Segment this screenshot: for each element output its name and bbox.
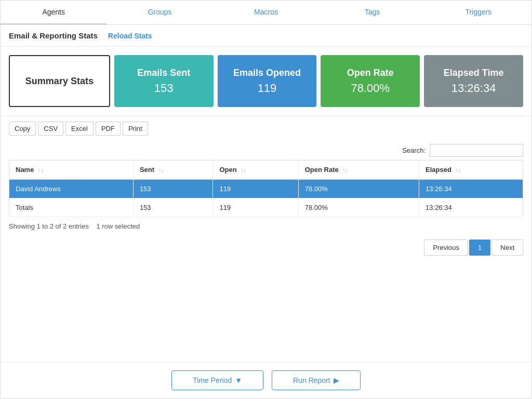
previous-button[interactable]: Previous bbox=[424, 240, 468, 256]
entries-info: Showing 1 to 2 of 2 entries bbox=[9, 222, 89, 230]
cell-sent-1: 153 bbox=[133, 198, 213, 217]
data-table-container: Name ↑↓ Sent ↑↓ Open ↑↓ Open Rate ↑↓ bbox=[1, 160, 531, 217]
run-report-label: Run Report bbox=[293, 376, 330, 384]
stat-emails-sent-label: Emails Sent bbox=[137, 68, 190, 78]
stat-open-rate-value: 78.00% bbox=[351, 82, 390, 95]
table-row[interactable]: David Andrews 153 119 78.00% 13:26:34 bbox=[9, 179, 523, 198]
sort-icon-open: ↑↓ bbox=[241, 167, 246, 173]
reload-stats-link[interactable]: Reload Stats bbox=[108, 32, 152, 40]
table-footer-info: Showing 1 to 2 of 2 entries 1 row select… bbox=[1, 217, 531, 235]
print-button[interactable]: Print bbox=[123, 122, 148, 136]
stat-open-rate-label: Open Rate bbox=[347, 68, 394, 78]
stat-summary-label: Summary Stats bbox=[25, 76, 94, 87]
top-navigation: Agents Groups Macros Tags Triggers bbox=[1, 1, 531, 25]
sort-icon-name: ↑↓ bbox=[38, 167, 44, 173]
copy-button[interactable]: Copy bbox=[9, 122, 36, 136]
sort-icon-sent: ↑↓ bbox=[158, 167, 164, 173]
search-label: Search: bbox=[402, 147, 425, 154]
nav-tab-agents[interactable]: Agents bbox=[1, 1, 107, 24]
table-row[interactable]: Totals 153 119 78.00% 13:26:34 bbox=[9, 198, 523, 217]
stat-elapsed-label: Elapsed Time bbox=[444, 68, 504, 78]
stat-emails-sent-value: 153 bbox=[154, 82, 174, 95]
col-header-sent[interactable]: Sent ↑↓ bbox=[133, 161, 213, 180]
stat-card-summary: Summary Stats bbox=[9, 55, 110, 107]
cell-open-1: 119 bbox=[213, 198, 298, 217]
stat-card-elapsed: Elapsed Time 13:26:34 bbox=[424, 55, 523, 107]
data-table: Name ↑↓ Sent ↑↓ Open ↑↓ Open Rate ↑↓ bbox=[9, 160, 523, 217]
stat-emails-opened-label: Emails Opened bbox=[233, 68, 301, 78]
stat-elapsed-value: 13:26:34 bbox=[451, 82, 496, 95]
table-header-row: Name ↑↓ Sent ↑↓ Open ↑↓ Open Rate ↑↓ bbox=[9, 161, 523, 180]
time-period-button[interactable]: Time Period ▼ bbox=[171, 370, 263, 390]
next-button[interactable]: Next bbox=[491, 240, 523, 256]
stat-card-open-rate: Open Rate 78.00% bbox=[321, 55, 420, 107]
cell-name-1: Totals bbox=[9, 198, 134, 217]
cell-open-rate-0: 78.00% bbox=[298, 179, 419, 198]
selected-info: 1 row selected bbox=[96, 222, 140, 230]
sort-icon-open-rate: ↑↓ bbox=[342, 167, 348, 173]
time-period-label: Time Period bbox=[193, 376, 232, 384]
cell-open-rate-1: 78.00% bbox=[298, 198, 419, 217]
page-title: Email & Reporting Stats bbox=[9, 31, 98, 40]
csv-button[interactable]: CSV bbox=[38, 122, 63, 136]
pdf-button[interactable]: PDF bbox=[96, 122, 121, 136]
arrow-right-icon: ▶ bbox=[334, 376, 339, 384]
pagination-row: Previous 1 Next bbox=[1, 235, 531, 260]
run-report-button[interactable]: Run Report ▶ bbox=[272, 370, 361, 390]
search-input[interactable] bbox=[430, 144, 523, 157]
cell-elapsed-0: 13:26:34 bbox=[419, 179, 523, 198]
stat-card-emails-sent: Emails Sent 153 bbox=[114, 55, 214, 107]
stat-card-emails-opened: Emails Opened 119 bbox=[218, 55, 317, 107]
action-row: Time Period ▼ Run Report ▶ bbox=[1, 362, 531, 398]
page-1-button[interactable]: 1 bbox=[469, 240, 490, 256]
excel-button[interactable]: Excel bbox=[65, 122, 94, 136]
cell-name-0: David Andrews bbox=[9, 179, 134, 198]
col-header-elapsed[interactable]: Elapsed ↑↓ bbox=[419, 161, 523, 180]
cell-sent-0: 153 bbox=[133, 179, 213, 198]
stat-emails-opened-value: 119 bbox=[258, 82, 277, 95]
header-row: Email & Reporting Stats Reload Stats bbox=[1, 25, 531, 47]
cell-open-0: 119 bbox=[213, 179, 298, 198]
sort-icon-elapsed: ↑↓ bbox=[456, 167, 461, 173]
search-row: Search: bbox=[1, 141, 531, 160]
col-header-open-rate[interactable]: Open Rate ↑↓ bbox=[298, 161, 419, 180]
nav-tab-triggers[interactable]: Triggers bbox=[425, 1, 531, 24]
cell-elapsed-1: 13:26:34 bbox=[419, 198, 523, 217]
export-toolbar: Copy CSV Excel PDF Print bbox=[1, 116, 531, 141]
stats-row: Summary Stats Emails Sent 153 Emails Ope… bbox=[1, 47, 531, 115]
nav-tab-macros[interactable]: Macros bbox=[213, 1, 319, 24]
col-header-name[interactable]: Name ↑↓ bbox=[9, 161, 134, 180]
col-header-open[interactable]: Open ↑↓ bbox=[213, 161, 298, 180]
nav-tab-tags[interactable]: Tags bbox=[319, 1, 425, 24]
nav-tab-groups[interactable]: Groups bbox=[107, 1, 212, 24]
chevron-down-icon: ▼ bbox=[235, 376, 242, 384]
